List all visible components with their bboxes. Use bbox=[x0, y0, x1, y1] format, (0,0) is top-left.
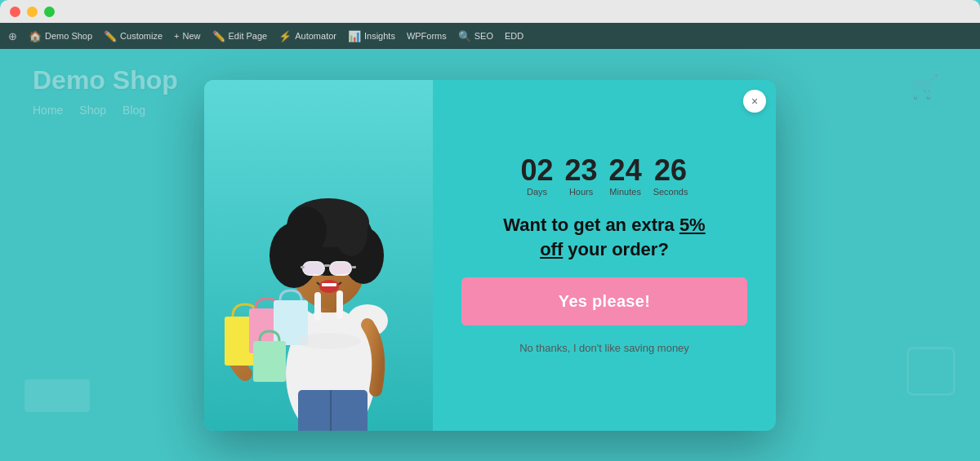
countdown-minutes: 24 Minutes bbox=[609, 156, 642, 197]
svg-point-27 bbox=[296, 333, 361, 349]
svg-rect-29 bbox=[336, 290, 343, 319]
yes-please-button[interactable]: Yes please! bbox=[461, 277, 747, 326]
modal-image bbox=[204, 80, 433, 431]
svg-point-10 bbox=[286, 206, 327, 255]
svg-rect-18 bbox=[331, 263, 350, 274]
svg-rect-14 bbox=[324, 264, 330, 267]
shop-icon: 🏠 bbox=[29, 30, 42, 42]
minutes-label: Minutes bbox=[609, 187, 641, 197]
countdown-days: 02 Days bbox=[521, 156, 554, 197]
days-label: Days bbox=[527, 187, 547, 197]
insights-icon: 📊 bbox=[348, 30, 361, 42]
svg-point-11 bbox=[335, 211, 368, 256]
minimize-button[interactable] bbox=[27, 7, 38, 17]
countdown-seconds: 26 Seconds bbox=[653, 156, 688, 197]
modal-overlay: × bbox=[0, 49, 980, 461]
offer-off-text: off bbox=[540, 239, 563, 259]
admin-bar-automator[interactable]: ⚡ Automator bbox=[278, 30, 336, 42]
admin-bar-demo-shop[interactable]: 🏠 Demo Shop bbox=[29, 30, 92, 42]
offer-text-part3: your order? bbox=[563, 239, 669, 259]
close-button[interactable]: × bbox=[743, 90, 766, 113]
admin-bar-wpforms[interactable]: WPForms bbox=[407, 31, 447, 41]
admin-bar-edd[interactable]: EDD bbox=[505, 31, 523, 41]
edit-icon: ✏️ bbox=[212, 30, 225, 42]
popup-modal: × bbox=[204, 80, 776, 431]
admin-bar-new[interactable]: + New bbox=[174, 31, 200, 41]
admin-bar-seo[interactable]: 🔍 SEO bbox=[458, 30, 493, 42]
svg-rect-28 bbox=[314, 292, 321, 321]
customize-icon: ✏️ bbox=[104, 30, 117, 42]
svg-rect-25 bbox=[298, 390, 368, 431]
maximize-button[interactable] bbox=[44, 7, 55, 17]
offer-text-part1: Want to get an extra bbox=[503, 215, 679, 235]
close-button[interactable] bbox=[10, 7, 20, 17]
hours-label: Hours bbox=[569, 187, 593, 197]
decline-link[interactable]: No thanks, I don't like saving money bbox=[519, 342, 689, 354]
admin-bar: ⊕ 🏠 Demo Shop ✏️ Customize + New ✏️ Edit… bbox=[0, 23, 980, 49]
svg-rect-16 bbox=[352, 266, 356, 268]
person-illustration bbox=[204, 80, 433, 431]
window-chrome bbox=[0, 0, 980, 23]
admin-bar-insights[interactable]: 📊 Insights bbox=[348, 30, 395, 42]
svg-rect-17 bbox=[304, 263, 323, 274]
countdown-timer: 02 Days 23 Hours 24 Minutes 26 Seconds bbox=[521, 156, 688, 197]
seo-icon: 🔍 bbox=[458, 30, 471, 42]
admin-bar-wp-logo[interactable]: ⊕ bbox=[8, 30, 17, 42]
hours-value: 23 bbox=[565, 156, 598, 185]
svg-rect-24 bbox=[253, 341, 286, 382]
wp-icon: ⊕ bbox=[8, 30, 17, 42]
seconds-value: 26 bbox=[654, 156, 687, 185]
page-content: Demo Shop Home Shop Blog 🛒 × bbox=[0, 49, 980, 461]
days-value: 02 bbox=[521, 156, 554, 185]
admin-bar-edit-page[interactable]: ✏️ Edit Page bbox=[212, 30, 268, 42]
seconds-label: Seconds bbox=[653, 187, 688, 197]
admin-bar-customize[interactable]: ✏️ Customize bbox=[104, 30, 163, 42]
minutes-value: 24 bbox=[609, 156, 642, 185]
countdown-hours: 23 Hours bbox=[565, 156, 598, 197]
offer-text: Want to get an extra 5% off your order? bbox=[503, 213, 705, 261]
modal-content: 02 Days 23 Hours 24 Minutes 26 Seconds bbox=[433, 80, 776, 431]
svg-rect-20 bbox=[322, 283, 336, 286]
automator-icon: ⚡ bbox=[278, 30, 292, 42]
